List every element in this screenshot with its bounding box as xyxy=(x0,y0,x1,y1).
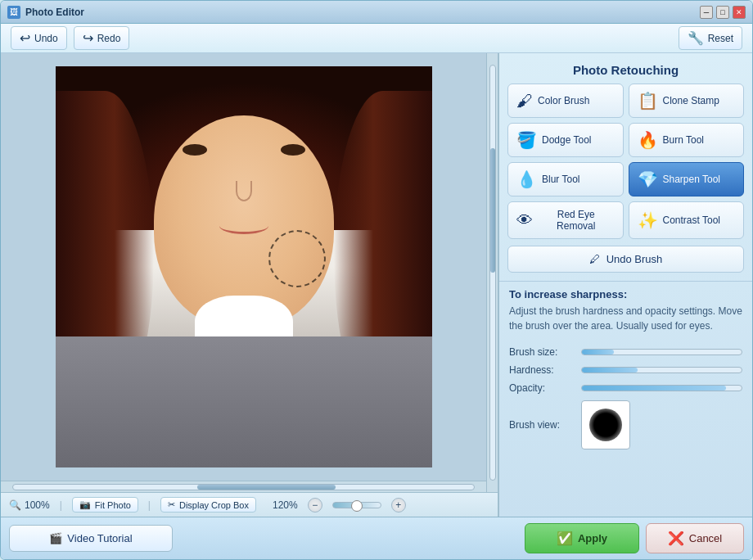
undo-brush-label: Undo Brush xyxy=(606,253,663,265)
minimize-button[interactable]: ─ xyxy=(700,6,713,19)
video-tutorial-button[interactable]: 🎬 Video Tutorial xyxy=(9,525,173,552)
brush-size-row: Brush size: xyxy=(509,346,742,358)
settings-section: Brush size: Hardness: Opacity: xyxy=(499,340,752,456)
zoom-percent: 100% xyxy=(25,499,50,511)
opacity-fill xyxy=(582,386,726,391)
tool-contrast[interactable]: ✨ Contrast Tool xyxy=(629,201,745,239)
red-eye-icon: 👁 xyxy=(516,211,533,230)
contrast-icon: ✨ xyxy=(638,210,658,230)
tool-blur[interactable]: 💧 Blur Tool xyxy=(507,162,624,196)
h-scroll-track[interactable] xyxy=(12,484,475,490)
cancel-label: Cancel xyxy=(689,532,722,544)
window-title: Photo Editor xyxy=(25,7,700,18)
zoom-out-button[interactable]: − xyxy=(308,498,322,513)
color-brush-label: Color Brush xyxy=(538,95,589,106)
color-brush-icon: 🖌 xyxy=(516,92,533,111)
blur-label: Blur Tool xyxy=(542,174,579,185)
h-scroll-thumb[interactable] xyxy=(197,485,336,490)
search-icon: 🔍 xyxy=(9,499,21,511)
info-title: To increase sharpness: xyxy=(509,288,742,300)
opacity-slider[interactable] xyxy=(581,385,742,391)
clone-stamp-label: Clone Stamp xyxy=(663,95,719,106)
undo-label: Undo xyxy=(34,33,58,44)
image-panel: 🔍 100% | 📷 Fit Photo | ✂ Display Crop Bo… xyxy=(1,53,498,517)
close-button[interactable]: ✕ xyxy=(733,6,746,19)
image-scroll-area xyxy=(1,53,486,492)
crop-label: Display Crop Box xyxy=(179,500,249,510)
sharpen-icon: 💎 xyxy=(638,169,658,189)
fit-label: Fit Photo xyxy=(95,500,131,510)
video-icon: 🎬 xyxy=(49,532,62,544)
opacity-row: Opacity: xyxy=(509,382,742,394)
separator-1: | xyxy=(60,499,62,511)
red-eye-label: Red Eye Removal xyxy=(538,209,615,232)
hardness-row: Hardness: xyxy=(509,364,742,376)
redo-label: Redo xyxy=(97,33,121,44)
tool-dodge[interactable]: 🪣 Dodge Tool xyxy=(507,123,624,157)
reset-button[interactable]: 🔧 Reset xyxy=(679,26,742,50)
video-label: Video Tutorial xyxy=(67,532,132,544)
brush-view-row: Brush view: xyxy=(509,400,742,449)
fit-photo-button[interactable]: 📷 Fit Photo xyxy=(72,497,138,513)
cancel-x-icon: ❌ xyxy=(668,531,684,546)
photo-bg xyxy=(56,66,432,467)
eye-right xyxy=(281,144,305,156)
dodge-icon: 🪣 xyxy=(516,130,537,150)
brush-size-slider[interactable] xyxy=(581,349,742,355)
tool-burn[interactable]: 🔥 Burn Tool xyxy=(629,123,745,157)
info-section: To increase sharpness: Adjust the brush … xyxy=(499,281,752,340)
redo-button[interactable]: ↪ Redo xyxy=(74,26,130,50)
vertical-scrollbar[interactable] xyxy=(486,53,498,492)
dodge-label: Dodge Tool xyxy=(542,134,592,146)
undo-button[interactable]: ↩ Undo xyxy=(11,26,67,50)
apply-button[interactable]: ✅ Apply xyxy=(525,523,639,553)
opacity-label: Opacity: xyxy=(509,382,575,394)
zoom-controls: 🔍 100% xyxy=(9,499,50,511)
v-scroll-thumb[interactable] xyxy=(490,148,495,273)
fit-icon: 📷 xyxy=(79,499,91,510)
image-viewport[interactable] xyxy=(1,53,486,481)
zoom-in-button[interactable]: + xyxy=(391,498,406,513)
separator-2: | xyxy=(148,499,151,511)
burn-label: Burn Tool xyxy=(663,134,704,146)
eye-left xyxy=(183,144,207,156)
redo-icon: ↪ xyxy=(83,30,93,46)
portrait-image xyxy=(56,66,432,467)
undo-brush-icon: 🖊 xyxy=(589,253,600,265)
v-scroll-track[interactable] xyxy=(489,65,496,481)
status-bar: 🔍 100% | 📷 Fit Photo | ✂ Display Crop Bo… xyxy=(1,492,498,517)
contrast-label: Contrast Tool xyxy=(663,215,720,226)
apply-label: Apply xyxy=(578,532,607,544)
zoom-slider[interactable] xyxy=(332,502,381,508)
apply-check-icon: ✅ xyxy=(557,531,573,546)
hardness-slider[interactable] xyxy=(581,367,742,373)
tool-color-brush[interactable]: 🖌 Color Brush xyxy=(507,84,624,118)
clone-stamp-icon: 📋 xyxy=(638,91,658,111)
image-panel-inner xyxy=(1,53,498,492)
tool-clone-stamp[interactable]: 📋 Clone Stamp xyxy=(629,84,745,118)
window-controls: ─ □ ✕ xyxy=(700,6,746,19)
panel-title: Photo Retouching xyxy=(499,53,752,84)
main-window: 🖼 Photo Editor ─ □ ✕ ↩ Undo ↪ Redo 🔧 Res… xyxy=(0,0,753,560)
brush-preview xyxy=(581,400,630,449)
undo-icon: ↩ xyxy=(20,30,30,46)
hardness-label: Hardness: xyxy=(509,364,575,376)
zoom-thumb xyxy=(351,500,363,512)
blur-icon: 💧 xyxy=(516,169,537,189)
tool-red-eye[interactable]: 👁 Red Eye Removal xyxy=(507,201,624,239)
maximize-button[interactable]: □ xyxy=(716,6,729,19)
burn-icon: 🔥 xyxy=(638,130,658,150)
tool-sharpen[interactable]: 💎 Sharpen Tool xyxy=(629,162,745,196)
zoom-level: 120% xyxy=(273,499,298,511)
cancel-button[interactable]: ❌ Cancel xyxy=(646,523,744,553)
undo-brush-button[interactable]: 🖊 Undo Brush xyxy=(507,246,744,273)
horizontal-scrollbar[interactable] xyxy=(1,481,486,492)
tools-grid: 🖌 Color Brush 📋 Clone Stamp 🪣 Dodge Tool… xyxy=(499,84,752,246)
right-panel: Photo Retouching 🖌 Color Brush 📋 Clone S… xyxy=(498,53,752,517)
crop-box-button[interactable]: ✂ Display Crop Box xyxy=(160,497,256,513)
reset-label: Reset xyxy=(708,33,733,44)
bottom-bar: 🎬 Video Tutorial ✅ Apply ❌ Cancel xyxy=(1,517,752,559)
brush-dot xyxy=(589,409,622,441)
reset-icon: 🔧 xyxy=(688,30,704,46)
brush-size-label: Brush size: xyxy=(509,346,575,358)
